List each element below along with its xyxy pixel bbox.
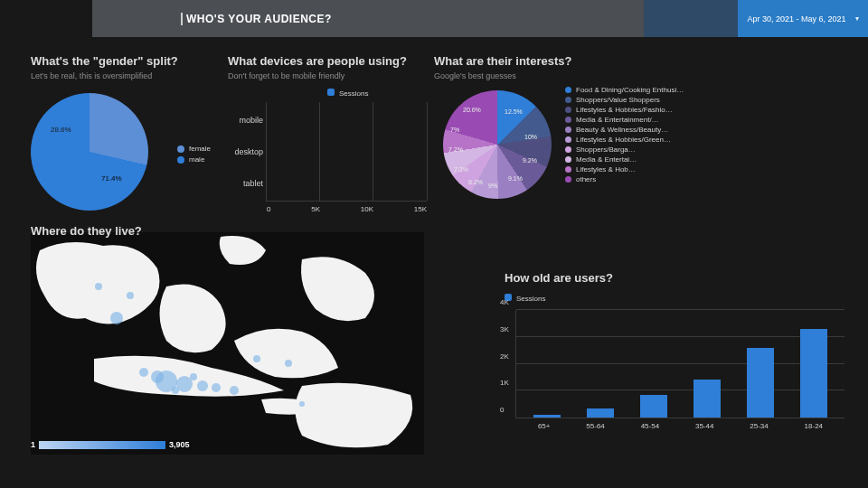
square-icon — [327, 89, 335, 96]
dot-icon — [177, 145, 184, 153]
legend-item[interactable]: Shoppers/Value Shoppers — [565, 96, 684, 104]
svg-point-10 — [285, 360, 292, 367]
svg-point-12 — [139, 368, 148, 377]
interests-title: What are their interests? — [434, 54, 859, 68]
svg-point-14 — [190, 373, 197, 380]
interests-pie-chart[interactable]: 12.5% 10% 9.2% 9.1% 9% 8.2% 7.3% 7.2% 7%… — [443, 90, 552, 199]
gradient-icon — [39, 441, 165, 449]
svg-point-3 — [197, 380, 208, 391]
legend-item[interactable]: Lifestyles & Hob… — [565, 165, 684, 174]
bar-35-44 — [693, 380, 721, 418]
bar-18-24 — [800, 329, 827, 418]
chevron-down-icon: ▾ — [855, 14, 859, 23]
devices-legend: Sessions — [327, 89, 368, 98]
map-title: Where do they live? — [31, 224, 424, 238]
gender-slice-female-label: 28.6% — [51, 126, 71, 134]
gender-legend: female male — [177, 145, 211, 166]
date-range-label: Apr 30, 2021 - May 6, 2021 — [747, 14, 845, 23]
svg-point-13 — [172, 387, 179, 394]
gender-subtitle: Let's be real, this is oversimplified — [31, 71, 221, 80]
map-svg — [31, 232, 424, 455]
gender-legend-female[interactable]: female — [177, 145, 211, 153]
map-scale: 1 3,905 — [31, 440, 190, 449]
date-range-picker[interactable]: Apr 30, 2021 - May 6, 2021 ▾ — [738, 0, 868, 37]
legend-item[interactable]: Shoppers/Barga… — [565, 145, 684, 154]
legend-item[interactable]: Lifestyles & Hobbies/Fashio… — [565, 106, 684, 114]
gender-legend-male[interactable]: male — [177, 155, 211, 164]
map-panel: Where do they live? — [31, 224, 424, 455]
bar-45-54 — [640, 395, 667, 418]
age-title: How old are users? — [505, 271, 848, 285]
legend-item[interactable]: Food & Dining/Cooking Enthusi… — [565, 86, 684, 94]
svg-point-7 — [95, 283, 102, 290]
age-bars — [516, 310, 844, 418]
gender-pie-chart[interactable]: 28.6% 71.4% — [31, 93, 148, 211]
map-chart[interactable]: 1 3,905 — [31, 232, 424, 455]
dot-icon — [177, 156, 184, 164]
interests-panel: What are their interests? Google's best … — [434, 54, 859, 80]
svg-point-8 — [127, 292, 134, 299]
devices-x-ticks: 05K10K15K — [267, 205, 427, 213]
header-title-divider — [181, 13, 183, 25]
gender-panel: What's the "gender" split? Let's be real… — [31, 54, 221, 211]
header-tab-gap — [644, 0, 738, 37]
svg-point-2 — [151, 371, 164, 383]
page-title: WHO'S YOUR AUDIENCE? — [186, 13, 332, 25]
header-spacer — [92, 0, 644, 37]
svg-point-6 — [110, 312, 123, 324]
legend-item[interactable]: Media & Entertainment/… — [565, 116, 684, 124]
devices-bar-chart[interactable]: mobile desktop tablet 05K10K15K — [266, 102, 427, 202]
legend-item[interactable]: Beauty & Wellness/Beauty… — [565, 126, 684, 134]
age-bar-chart[interactable]: 0 1K 2K 3K 4K 65+55-6445-54 35-4425-3418… — [515, 310, 844, 418]
svg-point-4 — [212, 383, 221, 392]
svg-point-9 — [253, 355, 260, 362]
devices-panel: What devices are people using? Don't for… — [228, 54, 427, 202]
age-legend: Sessions — [505, 294, 848, 303]
interests-subtitle: Google's best guesses — [434, 71, 859, 80]
bar-55-64 — [587, 408, 614, 418]
age-panel: How old are users? Sessions 0 1K 2K 3K 4… — [505, 271, 848, 418]
svg-point-11 — [299, 401, 305, 407]
legend-item[interactable]: others — [565, 175, 684, 183]
svg-point-5 — [230, 386, 239, 395]
bar-65plus — [533, 415, 561, 418]
age-x-labels: 65+55-6445-54 35-4425-3418-24 — [516, 422, 844, 430]
bar-25-34 — [747, 348, 774, 418]
devices-title: What devices are people using? — [228, 54, 427, 68]
legend-item[interactable]: Lifestyles & Hobbies/Green… — [565, 136, 684, 144]
gender-title: What's the "gender" split? — [31, 54, 221, 68]
interests-legend: Food & Dining/Cooking Enthusi… Shoppers/… — [565, 86, 684, 185]
devices-subtitle: Don't forget to be mobile friendly — [228, 71, 427, 80]
legend-item[interactable]: Media & Entertai… — [565, 155, 684, 164]
gender-slice-male-label: 71.4% — [101, 174, 122, 183]
